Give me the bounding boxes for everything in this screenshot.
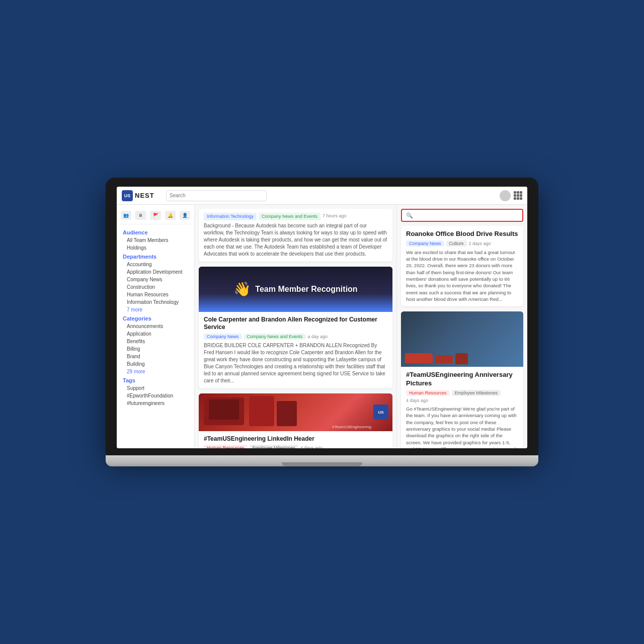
sidebar-item-holdings[interactable]: Holdings bbox=[117, 244, 194, 252]
featured-card-meta: Company News Company News and Events a d… bbox=[204, 334, 387, 340]
roanoke-time: 2 days ago bbox=[469, 241, 491, 246]
people-icon[interactable]: 👥 bbox=[121, 211, 131, 220]
roanoke-tag-company-news[interactable]: Company News bbox=[406, 240, 444, 247]
roanoke-text: We are excited to share that we had a gr… bbox=[406, 249, 518, 302]
linkedin-hashtag: #TeamUSEngineering bbox=[332, 425, 371, 429]
featured-card-title: Cole Carpenter and Brandon Allen Recogni… bbox=[204, 316, 387, 332]
linkedin-card-title: #TeamUSEngineering LinkedIn Header bbox=[204, 435, 387, 443]
sidebar-item-building[interactable]: Building bbox=[117, 360, 194, 368]
featured-card[interactable]: 👋 Team Member Recognition Cole Carpenter… bbox=[199, 267, 392, 388]
linkedin-logo-badge: US bbox=[373, 405, 388, 420]
sidebar-item-announcements[interactable]: Announcements bbox=[117, 323, 194, 330]
partial-card-text: Background - Because Autodesk has become… bbox=[204, 222, 387, 258]
nav-icons bbox=[500, 190, 522, 201]
sidebar: 👥 🖥 🚩 🔔 👤 Audience All Team Members Hold… bbox=[117, 205, 195, 448]
featured-card-body: Cole Carpenter and Brandon Allen Recogni… bbox=[199, 312, 392, 388]
screen-bezel: US NEST bbox=[106, 178, 538, 455]
screen: US NEST bbox=[117, 187, 527, 448]
logo-text: NEST bbox=[135, 192, 154, 199]
featured-card-image: 👋 Team Member Recognition bbox=[199, 267, 392, 312]
user-avatar[interactable] bbox=[500, 190, 511, 201]
roanoke-title: Roanoke Office Blood Drive Results bbox=[406, 230, 518, 238]
tag-human-resources[interactable]: Human Resources bbox=[204, 445, 248, 448]
anniversary-title: #TeamUSEngineering Anniversary Pictures bbox=[406, 371, 518, 388]
right-search-bar[interactable]: 🔍 bbox=[401, 209, 523, 222]
linkedin-card-meta: Human Resources Employee Milestones 4 da… bbox=[204, 445, 387, 448]
anniversary-card-body: #TeamUSEngineering Anniversary Pictures … bbox=[401, 367, 523, 448]
featured-card-time: a day ago bbox=[308, 334, 328, 339]
sidebar-tag-epworth[interactable]: #EpworthFoundation bbox=[117, 392, 194, 399]
bell-icon[interactable]: 🔔 bbox=[165, 211, 176, 220]
featured-image-title: Team Member Recognition bbox=[255, 284, 357, 294]
team-icon[interactable]: 👤 bbox=[180, 211, 190, 220]
anniversary-text: Go #TeamUSEngineering! We're glad you're… bbox=[406, 406, 518, 448]
featured-card-text: BRIDGE BUILDER COLE CARPENTER + BRANDON … bbox=[204, 342, 387, 384]
sidebar-item-accounting[interactable]: Accounting bbox=[117, 261, 194, 268]
grid-menu-icon[interactable] bbox=[514, 191, 522, 200]
laptop-base bbox=[106, 455, 538, 466]
anniversary-tag-hr[interactable]: Human Resources bbox=[406, 390, 450, 396]
tags-title: Tags bbox=[117, 375, 194, 384]
categories-more[interactable]: 29 more bbox=[117, 368, 194, 375]
departments-title: Departments bbox=[117, 252, 194, 261]
right-column: 🔍 Roanoke Office Blood Drive Results Com… bbox=[396, 205, 527, 448]
tag-employee-milestones[interactable]: Employee Milestones bbox=[250, 445, 299, 448]
app-container: US NEST bbox=[117, 187, 527, 448]
sidebar-tag-future[interactable]: #futureengineers bbox=[117, 399, 194, 407]
sidebar-item-application[interactable]: Application bbox=[117, 330, 194, 338]
anniversary-card[interactable]: 1 Year! #TeamUSEngineering #TeamUSEngine… bbox=[401, 311, 523, 448]
roanoke-tag-culture[interactable]: Culture bbox=[446, 240, 467, 247]
audience-title: Audience bbox=[117, 227, 194, 236]
departments-more[interactable]: 7 more bbox=[117, 306, 194, 313]
laptop: US NEST bbox=[106, 178, 538, 466]
wave-icon: 👋 bbox=[233, 281, 251, 297]
categories-title: Categories bbox=[117, 313, 194, 323]
sidebar-item-application-development[interactable]: Application Development bbox=[117, 268, 194, 276]
flag-icon[interactable]: 🚩 bbox=[150, 211, 160, 220]
partial-card-tags: Information Technology Company News and … bbox=[204, 213, 387, 220]
sidebar-item-billing[interactable]: Billing bbox=[117, 345, 194, 353]
search-icon: 🔍 bbox=[406, 212, 413, 219]
partial-card: Information Technology Company News and … bbox=[199, 209, 392, 262]
linkedin-card-image: US #TeamUSEngineering bbox=[199, 393, 392, 431]
search-input[interactable] bbox=[166, 190, 267, 201]
tag-info-tech[interactable]: Information Technology bbox=[204, 213, 257, 220]
partial-card-time: 7 hours ago bbox=[323, 213, 347, 220]
roanoke-card-body: Roanoke Office Blood Drive Results Compa… bbox=[401, 226, 523, 306]
main-layout: 👥 🖥 🚩 🔔 👤 Audience All Team Members Hold… bbox=[117, 205, 527, 448]
top-nav: US NEST bbox=[117, 187, 527, 205]
linkedin-card[interactable]: US #TeamUSEngineering #TeamUSEngineering… bbox=[199, 393, 392, 448]
linkedin-card-body: #TeamUSEngineering LinkedIn Header Human… bbox=[199, 431, 392, 448]
roanoke-meta: Company News Culture 2 days ago bbox=[406, 240, 518, 247]
monitor-icon[interactable]: 🖥 bbox=[135, 211, 146, 220]
sidebar-tag-support[interactable]: Support bbox=[117, 384, 194, 392]
anniversary-image: 1 Year! #TeamUSEngineering bbox=[401, 311, 523, 367]
sidebar-item-benefits[interactable]: Benefits bbox=[117, 338, 194, 345]
sidebar-item-brand[interactable]: Brand bbox=[117, 353, 194, 360]
sidebar-item-company-news[interactable]: Company News bbox=[117, 276, 194, 283]
tag-company-news-events-2[interactable]: Company News and Events bbox=[244, 334, 306, 340]
anniversary-time: 4 days ago bbox=[406, 398, 428, 403]
sidebar-icons-row: 👥 🖥 🚩 🔔 👤 bbox=[117, 209, 194, 224]
feed-column: Information Technology Company News and … bbox=[195, 205, 396, 448]
anniversary-tag-milestones[interactable]: Employee Milestones bbox=[452, 390, 501, 396]
roanoke-card[interactable]: Roanoke Office Blood Drive Results Compa… bbox=[401, 226, 523, 306]
tag-company-news[interactable]: Company News bbox=[204, 334, 242, 340]
tag-company-news-events[interactable]: Company News and Events bbox=[259, 213, 320, 220]
sidebar-item-all-team-members[interactable]: All Team Members bbox=[117, 236, 194, 244]
sidebar-item-construction[interactable]: Construction bbox=[117, 283, 194, 291]
sidebar-item-human-resources[interactable]: Human Resources bbox=[117, 291, 194, 298]
linkedin-card-time: 4 days ago bbox=[300, 445, 323, 448]
anniversary-meta: Human Resources Employee Milestones 4 da… bbox=[406, 390, 518, 403]
sidebar-item-information-technology[interactable]: Information Technology bbox=[117, 298, 194, 306]
logo-area: US NEST bbox=[122, 190, 162, 201]
logo-icon: US bbox=[122, 190, 133, 201]
content-area: Information Technology Company News and … bbox=[195, 205, 527, 448]
